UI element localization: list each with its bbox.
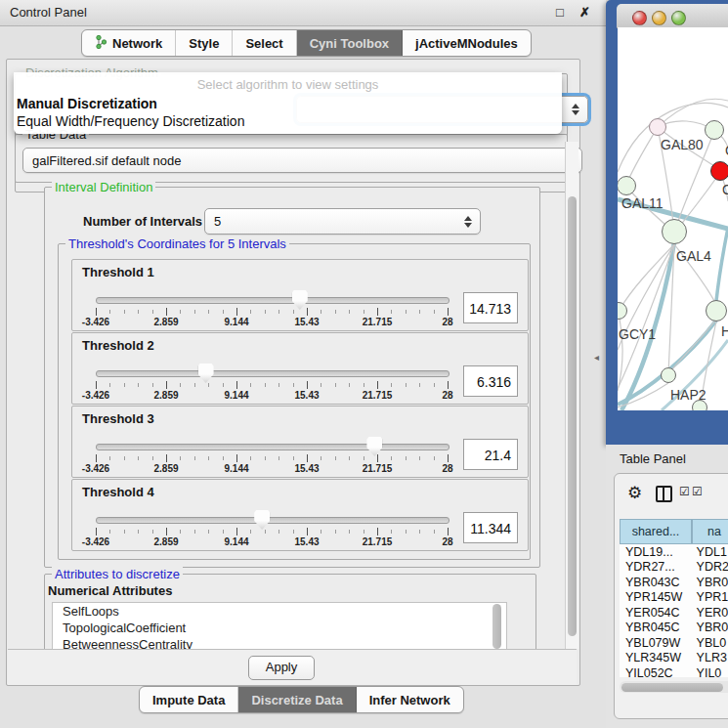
tab-cyni-toolbox[interactable]: Cyni Toolbox (297, 30, 403, 56)
table-row[interactable]: YPR145WYPR1 (620, 590, 728, 606)
tab-jactivemnodules[interactable]: jActiveMNodules (403, 30, 531, 56)
combo-stepper-icon (464, 216, 473, 228)
network-canvas[interactable]: GAL80GACGAL11GAL4GCY1HHAP2 (618, 27, 728, 410)
table-cell: YBR0 (691, 576, 728, 589)
table-row[interactable]: YDR27...YDR2 (620, 560, 728, 576)
table-hscrollbar[interactable] (620, 681, 728, 693)
table-row[interactable]: YBR045CYBR0 (620, 621, 728, 636)
threshold-box-1: Threshold 1-3.4262.8599.14415.4321.71528… (71, 259, 529, 331)
slider-track[interactable] (96, 517, 450, 524)
table-panel-title: Table Panel (620, 451, 686, 466)
apply-button[interactable]: Apply (248, 656, 315, 680)
panel-scrollbar[interactable] (565, 142, 578, 649)
network-node-label: GAL11 (621, 195, 664, 211)
mac-zoom-light[interactable] (671, 11, 686, 25)
table-cell: YLR345W (620, 651, 691, 664)
attribute-item[interactable]: TopologicalCoefficient (53, 620, 506, 636)
network-edge[interactable] (716, 228, 728, 301)
table-row[interactable]: YBR043CYBR0 (620, 575, 728, 590)
num-intervals-combobox[interactable]: 5 (204, 208, 481, 235)
network-node[interactable] (705, 120, 724, 140)
slider-thumb[interactable] (366, 437, 382, 456)
tab-select[interactable]: Select (233, 30, 296, 56)
table-cell: YPR145W (620, 590, 691, 604)
algorithm-option-equal-width-frequency-discretization[interactable]: Equal Width/Frequency Discretization (17, 113, 244, 129)
network-node[interactable] (706, 300, 727, 321)
table-row[interactable]: YER054CYER0 (620, 605, 728, 621)
gear-icon[interactable]: ⚙ (627, 483, 642, 503)
table-hscrollbar-thumb[interactable] (621, 683, 723, 692)
mac-minimize-light[interactable] (652, 11, 666, 25)
threshold-label: Threshold 3 (82, 411, 154, 426)
slider-track[interactable] (96, 370, 450, 377)
network-node-label: GAL80 (661, 137, 704, 152)
mac-close-light[interactable] (632, 11, 647, 25)
tab-infer-network[interactable]: Infer Network (357, 687, 463, 712)
table-cell: YLR3 (691, 651, 728, 664)
numerical-attributes-list[interactable]: SelfLoopsTopologicalCoefficientBetweenne… (52, 602, 507, 651)
control-panel-titlebar: Control Panel □ ✗ (0, 0, 606, 26)
tab-style[interactable]: Style (176, 30, 233, 56)
slider-track[interactable] (96, 444, 450, 450)
top-tab-bar: NetworkStyleSelectCyni ToolboxjActiveMNo… (81, 29, 532, 57)
slider-thumb[interactable] (292, 290, 308, 310)
table-cell: YDL19... (620, 545, 691, 559)
tab-network[interactable]: Network (82, 30, 176, 56)
app-root: Control Panel □ ✗ NetworkStyleSelectCyni… (0, 0, 728, 728)
threshold-value-field[interactable]: 6.316 (463, 365, 518, 397)
table-cell: YDL1 (691, 545, 728, 559)
table-column-header[interactable]: shared... (620, 519, 692, 544)
threshold-box-2: Threshold 2-3.4262.8599.14415.4321.71528… (71, 332, 529, 405)
dropdown-hint: Select algorithm to view settings (14, 77, 562, 92)
threshold-label: Threshold 2 (82, 338, 154, 353)
algorithm-dropdown-popup: Select algorithm to view settings Manual… (14, 72, 562, 134)
attribute-item[interactable]: SelfLoops (53, 603, 506, 620)
threshold-value-field[interactable]: 21.4 (463, 439, 518, 470)
close-icon[interactable]: ✗ (579, 5, 590, 20)
slider-track[interactable] (96, 297, 450, 304)
table-row[interactable]: YDL19...YDL1 (620, 544, 728, 560)
attributes-scrollbar[interactable] (492, 604, 501, 649)
table-rows[interactable]: YDL19...YDL1YDR27...YDR2YBR043CYBR0YPR14… (620, 544, 728, 677)
tab-label: jActiveMNodules (415, 36, 518, 51)
table-row[interactable]: YBL079WYBL0 (620, 635, 728, 651)
table-panel-region: Table Panel ⚙ ☑ ☑ shared...na YDL19...YD… (606, 445, 728, 728)
slider-thumb[interactable] (198, 364, 214, 383)
table-data-selected: galFiltered.sif default node (32, 153, 181, 168)
threshold-box-3: Threshold 3-3.4262.8599.14415.4321.71528… (71, 406, 529, 478)
checkbox-icon[interactable]: ☑ (679, 485, 690, 498)
table-row[interactable]: YLR345WYLR3 (620, 651, 728, 666)
table-data-combobox[interactable]: galFiltered.sif default node (22, 148, 582, 173)
panel-divider-arrow-icon[interactable]: ◂ (594, 352, 599, 363)
network-node-label: C (722, 182, 728, 197)
slider-thumb[interactable] (254, 510, 270, 530)
network-node-label: GAL4 (676, 248, 711, 264)
checkbox-icon[interactable]: ☑ (692, 485, 703, 498)
table-cell: YDR27... (620, 560, 691, 574)
network-node[interactable] (662, 219, 687, 244)
network-node[interactable] (649, 118, 666, 136)
network-node[interactable] (618, 176, 636, 195)
column-layout-icon[interactable] (656, 486, 672, 502)
panel-scrollbar-thumb[interactable] (568, 196, 577, 636)
tab-impute-data[interactable]: Impute Data (140, 687, 238, 712)
network-edge[interactable] (626, 127, 658, 185)
tab-label: Impute Data (152, 693, 225, 707)
algorithm-option-manual-discretization[interactable]: Manual Discretization (17, 96, 157, 111)
threshold-value-field[interactable]: 14.713 (463, 292, 518, 323)
network-view-titlebar[interactable] (617, 4, 728, 28)
threshold-value-field[interactable]: 11.344 (463, 512, 518, 543)
network-node[interactable] (710, 161, 728, 181)
network-node-label: HAP2 (670, 387, 707, 403)
float-window-icon[interactable]: □ (556, 5, 564, 20)
network-view-window[interactable]: GAL80GACGAL11GAL4GCY1HHAP2 (606, 0, 728, 445)
network-node[interactable] (661, 367, 676, 383)
threshold-label: Threshold 4 (82, 485, 154, 499)
table-column-header[interactable]: na (692, 519, 728, 544)
combo-stepper-icon (572, 104, 580, 115)
tab-discretize-data[interactable]: Discretize Data (238, 687, 356, 712)
num-intervals-value: 5 (214, 214, 221, 229)
table-row[interactable]: YIL052CYIL0 (620, 665, 728, 677)
table-cell: YBL079W (620, 636, 691, 650)
tab-label: Network (112, 36, 162, 51)
